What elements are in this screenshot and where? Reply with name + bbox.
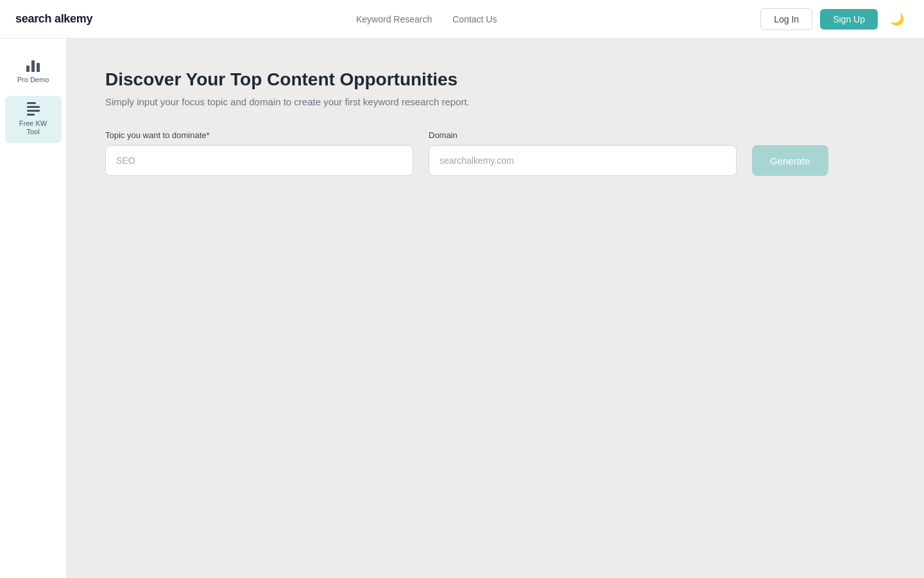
navbar-actions: Log In Sign Up 🌙	[760, 8, 909, 31]
domain-input[interactable]	[429, 145, 737, 176]
domain-label: Domain	[429, 130, 737, 140]
topic-form-group: Topic you want to dominate*	[105, 130, 413, 176]
main-content: Discover Your Top Content Opportunities …	[67, 39, 924, 578]
sidebar-item-free-kw-tool[interactable]: Free KW Tool	[5, 96, 62, 143]
signup-button[interactable]: Sign Up	[820, 9, 878, 30]
site-logo: search alkemy	[15, 12, 92, 26]
generate-button[interactable]: Generate	[752, 145, 828, 176]
nav-links: Keyword Research Contact Us	[356, 14, 497, 24]
nav-contact-us[interactable]: Contact Us	[452, 14, 497, 24]
domain-form-group: Domain	[429, 130, 737, 176]
login-button[interactable]: Log In	[760, 8, 812, 30]
bar-chart-icon	[26, 58, 40, 72]
dark-mode-toggle[interactable]: 🌙	[886, 8, 909, 31]
keyword-form: Topic you want to dominate* Domain Gener…	[105, 130, 886, 176]
page-title: Discover Your Top Content Opportunities	[105, 69, 886, 90]
nav-keyword-research[interactable]: Keyword Research	[356, 14, 432, 24]
sidebar-item-free-kw-tool-label: Free KW Tool	[13, 119, 54, 136]
sidebar: Pro Demo Free KW Tool	[0, 39, 67, 578]
topic-label: Topic you want to dominate*	[105, 130, 413, 140]
sidebar-item-pro-demo-label: Pro Demo	[17, 76, 49, 84]
topic-input[interactable]	[105, 145, 413, 176]
list-icon	[27, 102, 40, 116]
sidebar-item-pro-demo[interactable]: Pro Demo	[5, 51, 62, 91]
app-layout: Pro Demo Free KW Tool Discover Your Top …	[0, 39, 924, 578]
navbar: search alkemy Keyword Research Contact U…	[0, 0, 924, 39]
page-subtitle: Simply input your focus topic and domain…	[105, 96, 886, 107]
moon-icon: 🌙	[890, 12, 904, 26]
